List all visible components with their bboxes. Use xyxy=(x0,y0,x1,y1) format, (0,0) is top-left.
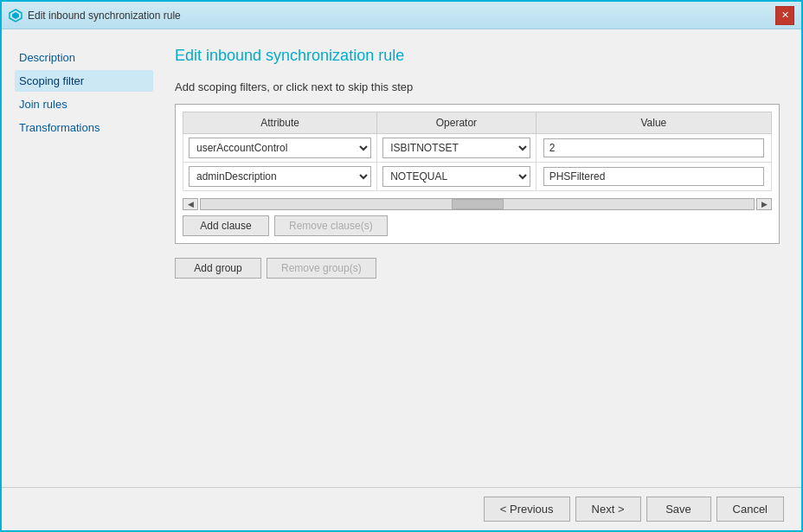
add-clause-button[interactable]: Add clause xyxy=(183,215,269,236)
attribute-cell-2: adminDescription xyxy=(183,163,377,191)
value-input-1[interactable] xyxy=(543,138,764,157)
operator-select-2[interactable]: NOTEQUAL xyxy=(382,166,530,187)
window-title: Edit inbound synchronization rule xyxy=(28,10,181,22)
attribute-cell-1: userAccountControl xyxy=(183,134,377,163)
attribute-select-1[interactable]: userAccountControl xyxy=(189,138,371,158)
add-group-button[interactable]: Add group xyxy=(175,258,261,279)
value-input-2[interactable] xyxy=(543,167,764,186)
sidebar-item-scoping-filter[interactable]: Scoping filter xyxy=(15,70,153,92)
value-cell-2 xyxy=(536,163,771,191)
title-bar: Edit inbound synchronization rule ✕ xyxy=(2,2,801,29)
col-header-value: Value xyxy=(536,112,771,134)
scroll-right-arrow[interactable]: ▶ xyxy=(756,198,772,210)
table-row: userAccountControl ISBITNOTSET xyxy=(183,134,772,163)
close-button[interactable]: ✕ xyxy=(775,6,794,25)
scroll-thumb xyxy=(452,199,504,209)
col-header-attribute: Attribute xyxy=(183,112,377,134)
sidebar-item-join-rules[interactable]: Join rules xyxy=(15,93,153,115)
remove-clause-button[interactable]: Remove clause(s) xyxy=(274,215,388,236)
previous-button[interactable]: < Previous xyxy=(484,497,570,522)
remove-group-button[interactable]: Remove group(s) xyxy=(267,258,376,279)
footer: < Previous Next > Save Cancel xyxy=(2,487,801,530)
title-bar-controls: ✕ xyxy=(775,6,794,25)
sidebar: Description Scoping filter Join rules Tr… xyxy=(2,29,153,487)
filter-table: Attribute Operator Value userAccountCont… xyxy=(183,112,772,191)
next-button[interactable]: Next > xyxy=(575,497,641,522)
main-panel: Edit inbound synchronization rule Add sc… xyxy=(153,29,801,487)
operator-cell-1: ISBITNOTSET xyxy=(377,134,536,163)
cancel-button[interactable]: Cancel xyxy=(716,497,784,522)
group-buttons: Add group Remove group(s) xyxy=(175,258,780,279)
title-bar-left: Edit inbound synchronization rule xyxy=(9,9,181,22)
operator-select-1[interactable]: ISBITNOTSET xyxy=(382,138,530,158)
app-icon xyxy=(9,9,22,22)
page-title: Edit inbound synchronization rule xyxy=(175,47,780,65)
sidebar-item-description[interactable]: Description xyxy=(15,47,153,68)
sidebar-item-transformations[interactable]: Transformations xyxy=(15,117,153,138)
attribute-select-2[interactable]: adminDescription xyxy=(189,166,371,187)
col-header-operator: Operator xyxy=(377,112,536,134)
operator-cell-2: NOTEQUAL xyxy=(377,163,536,191)
table-row: adminDescription NOTEQUAL xyxy=(183,163,772,191)
scroll-track[interactable] xyxy=(200,198,755,210)
instruction-text: Add scoping filters, or click next to sk… xyxy=(175,80,780,93)
scrollbar-row: ◀ ▶ xyxy=(183,198,772,210)
clause-buttons: Add clause Remove clause(s) xyxy=(183,215,772,236)
scroll-left-arrow[interactable]: ◀ xyxy=(183,198,198,210)
save-button[interactable]: Save xyxy=(646,497,711,522)
main-window: Edit inbound synchronization rule ✕ Desc… xyxy=(0,0,803,532)
value-cell-1 xyxy=(536,134,771,163)
filter-table-container: Attribute Operator Value userAccountCont… xyxy=(175,104,780,244)
content-area: Description Scoping filter Join rules Tr… xyxy=(2,29,801,487)
svg-marker-1 xyxy=(12,12,19,19)
